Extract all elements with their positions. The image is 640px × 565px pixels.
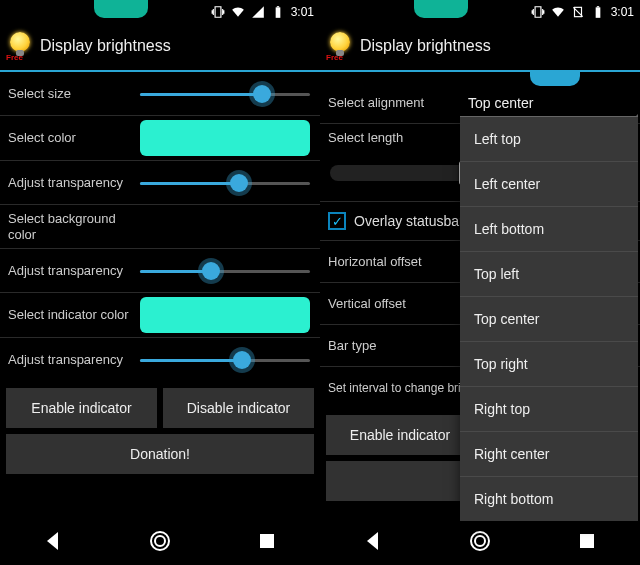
phone-right: 3:01 Free Display brightness Select alig…	[320, 0, 640, 565]
dropdown-item[interactable]: Left top	[460, 117, 638, 162]
bulb-icon: Free	[6, 32, 34, 60]
button-row: Enable indicator Disable indicator	[0, 382, 320, 434]
nav-back-icon[interactable]	[41, 529, 65, 553]
label-overlay: Overlay statusbar	[354, 213, 464, 229]
app-title: Display brightness	[360, 37, 491, 55]
battery-icon	[271, 5, 285, 19]
status-bar: 3:01	[320, 0, 640, 24]
svg-point-8	[471, 532, 489, 550]
svg-rect-4	[260, 534, 274, 548]
dropdown-item[interactable]: Top center	[460, 297, 638, 342]
no-sim-icon	[571, 5, 585, 19]
status-bar: 3:01	[0, 0, 320, 24]
svg-rect-1	[276, 6, 278, 7]
svg-point-9	[475, 536, 485, 546]
svg-rect-7	[596, 6, 598, 7]
dropdown-item[interactable]: Left bottom	[460, 207, 638, 252]
dropdown-item[interactable]: Top left	[460, 252, 638, 297]
row-bg-color[interactable]: Select background color	[0, 205, 320, 249]
app-title: Display brightness	[40, 37, 171, 55]
dropdown-item[interactable]: Right top	[460, 387, 638, 432]
row-indicator-color[interactable]: Select indicator color	[0, 293, 320, 338]
label-select-color: Select color	[0, 124, 140, 152]
enable-indicator-button[interactable]: Enable indicator	[326, 415, 474, 455]
vibrate-icon	[531, 5, 545, 19]
color-swatch[interactable]	[140, 120, 310, 156]
nav-home-icon[interactable]	[468, 529, 492, 553]
signal-icon	[251, 5, 265, 19]
nav-recent-icon[interactable]	[255, 529, 279, 553]
nav-bar	[320, 517, 640, 565]
vibrate-icon	[211, 5, 225, 19]
dropdown-item[interactable]: Top right	[460, 342, 638, 387]
svg-rect-10	[580, 534, 594, 548]
slider-size[interactable]	[140, 82, 310, 106]
nav-recent-icon[interactable]	[575, 529, 599, 553]
svg-point-3	[155, 536, 165, 546]
svg-point-2	[151, 532, 169, 550]
row-select-color[interactable]: Select color	[0, 116, 320, 161]
dropdown-item[interactable]: Right center	[460, 432, 638, 477]
clock: 3:01	[611, 5, 634, 19]
bulb-icon: Free	[326, 32, 354, 60]
battery-icon	[591, 5, 605, 19]
slider-transparency-2[interactable]	[140, 259, 310, 283]
clock: 3:01	[291, 5, 314, 19]
donation-button[interactable]: Donation!	[6, 434, 314, 474]
title-bar: Free Display brightness	[0, 24, 320, 72]
indicator-color-swatch[interactable]	[140, 297, 310, 333]
label-alignment: Select alignment	[320, 89, 460, 116]
alignment-dropdown[interactable]: Left top Left center Left bottom Top lef…	[460, 116, 638, 521]
nav-home-icon[interactable]	[148, 529, 172, 553]
label-select-size: Select size	[0, 80, 140, 108]
title-bar: Free Display brightness	[320, 24, 640, 72]
label-transparency-1: Adjust transparency	[0, 169, 140, 197]
dropdown-item[interactable]: Left center	[460, 162, 638, 207]
overlay-checkbox[interactable]: ✓	[328, 212, 346, 230]
slider-transparency-1[interactable]	[140, 171, 310, 195]
row-transparency-3[interactable]: Adjust transparency	[0, 338, 320, 382]
row-transparency-2[interactable]: Adjust transparency	[0, 249, 320, 293]
enable-indicator-button[interactable]: Enable indicator	[6, 388, 157, 428]
label-transparency-2: Adjust transparency	[0, 257, 140, 285]
label-bg-color: Select background color	[0, 205, 140, 248]
label-transparency-3: Adjust transparency	[0, 346, 140, 374]
alignment-value[interactable]: Top center	[460, 87, 640, 119]
label-indicator-color: Select indicator color	[0, 301, 140, 329]
notch-pill	[94, 0, 148, 18]
slider-transparency-3[interactable]	[140, 348, 310, 372]
nav-back-icon[interactable]	[361, 529, 385, 553]
svg-rect-0	[275, 7, 280, 17]
disable-indicator-button[interactable]: Disable indicator	[163, 388, 314, 428]
wifi-icon	[231, 5, 245, 19]
dropdown-item[interactable]: Right bottom	[460, 477, 638, 521]
svg-rect-6	[595, 7, 600, 17]
row-transparency-1[interactable]: Adjust transparency	[0, 161, 320, 205]
phone-left: 3:01 Free Display brightness Select size…	[0, 0, 320, 565]
row-select-size[interactable]: Select size	[0, 72, 320, 116]
wifi-icon	[551, 5, 565, 19]
nav-bar	[0, 517, 320, 565]
notch-pill	[414, 0, 468, 18]
settings-list: Select size Select color Adjust transpar…	[0, 72, 320, 382]
